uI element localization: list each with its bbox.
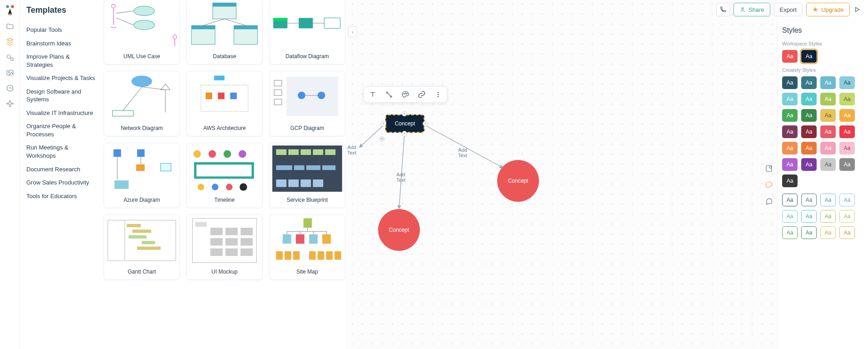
concept-node-main[interactable]: Concept bbox=[385, 115, 424, 133]
link-tool-icon[interactable] bbox=[417, 90, 427, 100]
style-swatch[interactable]: Aa bbox=[801, 109, 817, 122]
style-swatch[interactable]: Aa bbox=[820, 125, 836, 138]
collapse-panel-button[interactable]: ‹ bbox=[348, 26, 357, 37]
concept-node-1[interactable]: Concept bbox=[378, 209, 420, 251]
node-handle-bottom[interactable]: + bbox=[402, 131, 407, 136]
style-swatch[interactable]: Aa bbox=[801, 142, 817, 155]
style-swatch[interactable]: Aa bbox=[782, 210, 798, 223]
style-swatch[interactable]: Aa bbox=[820, 76, 836, 89]
category-item[interactable]: Grow Sales Productivity bbox=[26, 176, 96, 189]
style-swatch[interactable]: Aa bbox=[839, 142, 855, 155]
style-swatch[interactable]: Aa bbox=[839, 109, 855, 122]
category-item[interactable]: Design Software and Systems bbox=[26, 85, 96, 106]
style-swatch[interactable]: Aa bbox=[782, 109, 798, 122]
style-swatch[interactable]: Aa bbox=[782, 194, 798, 206]
style-swatch[interactable]: Aa bbox=[782, 93, 798, 105]
style-swatch[interactable]: Aa bbox=[839, 93, 855, 105]
template-card[interactable]: UI Mockup bbox=[186, 214, 263, 280]
category-item[interactable]: Brainstorm Ideas bbox=[26, 37, 96, 50]
shapes-icon[interactable] bbox=[5, 53, 15, 62]
style-swatch[interactable]: Aa bbox=[801, 50, 817, 63]
node-handle-top[interactable]: + bbox=[402, 111, 407, 116]
template-card[interactable]: Site Map bbox=[269, 214, 345, 280]
category-item[interactable]: Organize People & Processes bbox=[26, 120, 96, 141]
folder-icon[interactable] bbox=[5, 22, 15, 31]
style-swatch[interactable]: Aa bbox=[782, 50, 798, 63]
share-button[interactable]: Share bbox=[733, 3, 770, 16]
google-icon[interactable] bbox=[5, 84, 15, 93]
svg-point-50 bbox=[318, 92, 325, 100]
styles-rail-icon[interactable] bbox=[764, 181, 774, 189]
style-swatch[interactable]: Aa bbox=[801, 194, 817, 206]
templates-panel: Templates Popular ToolsBrainstorm IdeasI… bbox=[20, 0, 345, 349]
svg-line-127 bbox=[425, 125, 504, 168]
style-swatch[interactable]: Aa bbox=[820, 194, 836, 206]
category-item[interactable]: Popular Tools bbox=[26, 23, 96, 37]
category-item[interactable]: Tools for Educators bbox=[26, 189, 96, 203]
comments-icon[interactable] bbox=[764, 197, 774, 205]
style-swatch[interactable]: Aa bbox=[801, 158, 817, 171]
more-tools-icon[interactable] bbox=[433, 90, 443, 100]
edge-hint-right[interactable]: Add Text bbox=[458, 147, 467, 158]
style-swatch[interactable]: Aa bbox=[820, 210, 836, 223]
upgrade-button[interactable]: Upgrade bbox=[806, 3, 850, 16]
template-card[interactable]: GCP Diagram bbox=[269, 71, 345, 136]
style-swatch[interactable]: Aa bbox=[782, 158, 798, 171]
template-card[interactable]: Azure Diagram bbox=[104, 143, 180, 208]
export-button[interactable]: Export bbox=[774, 3, 803, 16]
style-swatch[interactable]: Aa bbox=[820, 93, 836, 105]
style-swatch[interactable]: Aa bbox=[839, 194, 855, 206]
edge-hint-left[interactable]: Add Text bbox=[347, 145, 356, 155]
style-swatch[interactable]: Aa bbox=[801, 226, 817, 239]
properties-icon[interactable] bbox=[764, 165, 774, 173]
edge-hint-mid[interactable]: Add Text bbox=[396, 172, 405, 183]
style-swatch[interactable]: Aa bbox=[801, 125, 817, 138]
style-swatch[interactable]: Aa bbox=[801, 76, 817, 89]
style-swatch[interactable]: Aa bbox=[801, 93, 817, 105]
category-item[interactable]: Visualize Projects & Tasks bbox=[26, 71, 96, 85]
style-swatch[interactable]: Aa bbox=[820, 158, 836, 171]
integrations-icon[interactable] bbox=[5, 99, 15, 108]
canvas[interactable]: ‹ Concept + + + + ⟲ Concept Concept Add … bbox=[345, 0, 777, 349]
svg-point-118 bbox=[390, 96, 392, 97]
template-card[interactable]: AWS Architecture bbox=[186, 71, 263, 136]
template-card[interactable]: Service Blueprint bbox=[269, 143, 345, 208]
text-tool-icon[interactable] bbox=[368, 90, 378, 100]
style-swatch[interactable]: Aa bbox=[839, 158, 855, 171]
style-swatch[interactable]: Aa bbox=[782, 76, 798, 89]
template-card[interactable]: Database bbox=[186, 0, 263, 65]
svg-rect-47 bbox=[274, 90, 282, 95]
category-item[interactable]: Run Meetings & Workshops bbox=[26, 141, 96, 162]
style-swatch[interactable]: Aa bbox=[820, 226, 836, 239]
present-button[interactable] bbox=[853, 3, 864, 16]
node-handle-left[interactable]: + bbox=[381, 121, 386, 126]
templates-icon[interactable] bbox=[5, 37, 15, 46]
style-picker-icon[interactable] bbox=[400, 90, 410, 100]
category-item[interactable]: Document Research bbox=[26, 163, 96, 176]
phone-button[interactable] bbox=[716, 3, 730, 16]
category-item[interactable]: Visualize IT Infrastructure bbox=[26, 106, 96, 120]
style-swatch[interactable]: Aa bbox=[782, 142, 798, 155]
style-swatch[interactable]: Aa bbox=[801, 210, 817, 223]
node-handle-right[interactable]: + bbox=[423, 121, 428, 126]
category-item[interactable]: Improve Plans & Strategies bbox=[26, 50, 96, 71]
rotate-handle[interactable]: ⟲ bbox=[379, 136, 384, 142]
style-swatch[interactable]: Aa bbox=[839, 226, 855, 239]
svg-rect-104 bbox=[276, 251, 283, 260]
template-card[interactable]: UML Use Case bbox=[104, 0, 180, 65]
style-swatch[interactable]: Aa bbox=[782, 125, 798, 138]
style-swatch[interactable]: Aa bbox=[839, 125, 855, 138]
template-card[interactable]: Dataflow Diagram bbox=[269, 0, 345, 65]
image-icon[interactable] bbox=[5, 68, 15, 77]
concept-node-2[interactable]: Concept bbox=[497, 160, 539, 202]
template-card[interactable]: Network Diagram bbox=[104, 71, 180, 136]
style-swatch[interactable]: Aa bbox=[820, 142, 836, 155]
style-swatch[interactable]: Aa bbox=[820, 109, 836, 122]
connector-tool-icon[interactable] bbox=[384, 90, 394, 100]
style-swatch[interactable]: Aa bbox=[839, 210, 855, 223]
template-card[interactable]: Timeline bbox=[186, 143, 263, 208]
template-card[interactable]: Gantt Chart bbox=[104, 214, 180, 280]
style-swatch[interactable]: Aa bbox=[839, 76, 855, 89]
style-swatch[interactable]: Aa bbox=[782, 174, 798, 187]
style-swatch[interactable]: Aa bbox=[782, 226, 798, 239]
